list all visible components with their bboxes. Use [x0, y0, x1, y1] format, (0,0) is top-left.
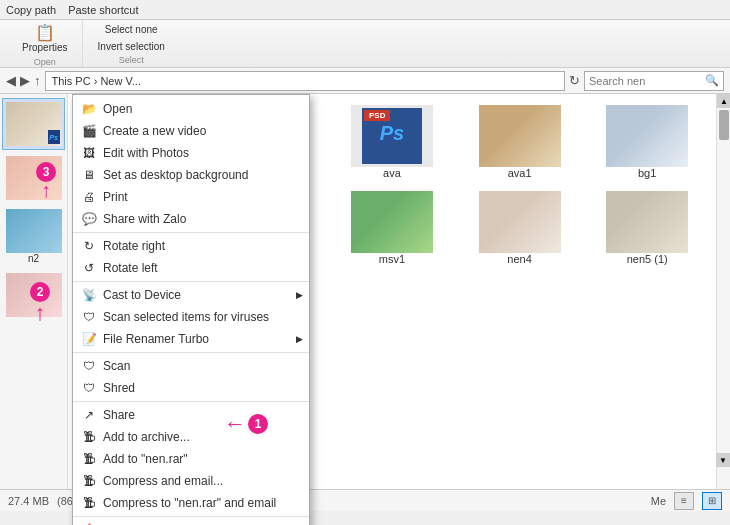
ribbon-section-open: 📋 Properties Open: [8, 20, 83, 67]
file-label: msv1: [379, 253, 405, 265]
scan-icon: 🛡: [81, 359, 97, 373]
ctx-item-scan-virus[interactable]: 🛡 Scan selected items for viruses: [73, 306, 309, 328]
properties-button[interactable]: 📋 Properties: [18, 21, 72, 55]
scroll-up-button[interactable]: ▲: [717, 94, 730, 108]
file-thumb-ava1: [479, 105, 561, 167]
file-renamer-icon: 📝: [81, 332, 97, 346]
search-icon[interactable]: 🔍: [705, 74, 719, 87]
file-thumb-bg1: [606, 105, 688, 167]
ctx-separator-2: [73, 281, 309, 282]
scan-virus-icon: 🛡: [81, 310, 97, 324]
main-area: Ps n2 a2 PSD Ps: [0, 94, 730, 489]
ctx-separator-4: [73, 401, 309, 402]
sidebar-item-4[interactable]: [2, 270, 65, 320]
open-section-label: Open: [34, 57, 56, 67]
ctx-item-rotate-left[interactable]: ↺ Rotate left: [73, 257, 309, 279]
scrollbar[interactable]: ▲ ▼: [716, 94, 730, 489]
ctx-separator-5: [73, 516, 309, 517]
ctx-item-desktop-bg[interactable]: 🖥 Set as desktop background: [73, 164, 309, 186]
scroll-thumb[interactable]: [719, 110, 729, 140]
cast-icon: 📡: [81, 288, 97, 302]
scroll-down-button[interactable]: ▼: [716, 453, 730, 467]
file-thumb-nen5-1a: [606, 191, 688, 253]
print-icon: 🖨: [81, 190, 97, 204]
file-label: ava: [383, 167, 401, 179]
open-icon: 📂: [81, 102, 97, 116]
file-label: ava1: [508, 167, 532, 179]
title-bar: Copy path Paste shortcut: [0, 0, 730, 20]
rotate-right-icon: ↻: [81, 239, 97, 253]
ctx-item-send-to[interactable]: 📤 Send to ▶: [73, 519, 309, 525]
sidebar: Ps n2: [0, 94, 68, 489]
select-section-label: Select: [119, 55, 144, 65]
ctx-item-file-renamer[interactable]: 📝 File Renamer Turbo ▶: [73, 328, 309, 350]
properties-icon: 📋: [35, 23, 55, 42]
compress-nen-email-icon: 🗜: [81, 496, 97, 510]
add-archive-icon: 🗜: [81, 430, 97, 444]
ctx-item-add-archive[interactable]: 🗜 Add to archive...: [73, 426, 309, 448]
file-item[interactable]: bg1: [586, 102, 708, 182]
up-button[interactable]: ↑: [34, 73, 41, 88]
ctx-item-rotate-right[interactable]: ↻ Rotate right: [73, 235, 309, 257]
context-menu: 📂 Open 🎬 Create a new video 🖼 Edit with …: [72, 94, 310, 525]
invert-selection-button[interactable]: Invert selection: [95, 40, 168, 53]
file-label: bg1: [638, 167, 656, 179]
ribbon: 📋 Properties Open Select none Invert sel…: [0, 20, 730, 68]
sidebar-item-2[interactable]: [2, 153, 65, 203]
ctx-item-compress-email[interactable]: 🗜 Compress and email...: [73, 470, 309, 492]
file-thumb-ava: PSD Ps: [351, 105, 433, 167]
view-list-button[interactable]: ≡: [674, 492, 694, 510]
search-input[interactable]: [589, 75, 705, 87]
share-zalo-icon: 💬: [81, 212, 97, 226]
ctx-item-print[interactable]: 🖨 Print: [73, 186, 309, 208]
sidebar-thumb-2: [6, 156, 62, 200]
file-item[interactable]: ava1: [459, 102, 581, 182]
file-thumb-nen4: [479, 191, 561, 253]
back-button[interactable]: ◀: [6, 73, 16, 88]
ctx-item-shred[interactable]: 🛡 Shred: [73, 377, 309, 399]
ctx-item-add-nen-rar[interactable]: 🗜 Add to "nen.rar": [73, 448, 309, 470]
file-item[interactable]: nen5 (1): [586, 188, 708, 268]
ctx-item-share[interactable]: ↗ Share: [73, 404, 309, 426]
search-box: 🔍: [584, 71, 724, 91]
ctx-item-open[interactable]: 📂 Open: [73, 98, 309, 120]
ctx-item-share-zalo[interactable]: 💬 Share with Zalo: [73, 208, 309, 230]
rotate-left-icon: ↺: [81, 261, 97, 275]
add-nen-icon: 🗜: [81, 452, 97, 466]
compress-email-icon: 🗜: [81, 474, 97, 488]
shred-icon: 🛡: [81, 381, 97, 395]
file-item[interactable]: nen4: [459, 188, 581, 268]
file-thumb-msv1: [351, 191, 433, 253]
file-item[interactable]: PSD Ps ava: [331, 102, 453, 182]
ctx-item-compress-nen-email[interactable]: 🗜 Compress to "nen.rar" and email: [73, 492, 309, 514]
file-size: 27.4 MB: [8, 495, 49, 507]
ctx-item-cast[interactable]: 📡 Cast to Device ▶: [73, 284, 309, 306]
copy-path-btn[interactable]: Copy path: [6, 4, 56, 16]
ctx-item-edit-photos[interactable]: 🖼 Edit with Photos: [73, 142, 309, 164]
sidebar-thumb-4: [6, 273, 62, 317]
ctx-separator-3: [73, 352, 309, 353]
select-none-button[interactable]: Select none: [102, 23, 161, 36]
edit-photos-icon: 🖼: [81, 146, 97, 160]
share-info: Me: [651, 495, 666, 507]
view-grid-button[interactable]: ⊞: [702, 492, 722, 510]
forward-button[interactable]: ▶: [20, 73, 30, 88]
new-video-icon: 🎬: [81, 124, 97, 138]
address-bar: ◀ ▶ ↑ This PC › New V... ↻ 🔍: [0, 68, 730, 94]
file-item[interactable]: msv1: [331, 188, 453, 268]
share-icon: ↗: [81, 408, 97, 422]
sidebar-item[interactable]: Ps: [2, 98, 65, 150]
ctx-separator-1: [73, 232, 309, 233]
file-label: nen5 (1): [627, 253, 668, 265]
ribbon-section-select: Select none Invert selection Select: [87, 20, 176, 67]
sidebar-item-label: n2: [28, 253, 39, 264]
paste-shortcut-btn[interactable]: Paste shortcut: [68, 4, 138, 16]
refresh-button[interactable]: ↻: [569, 73, 580, 88]
ctx-item-new-video[interactable]: 🎬 Create a new video: [73, 120, 309, 142]
sidebar-thumb-1: Ps: [6, 102, 62, 146]
ctx-item-scan[interactable]: 🛡 Scan: [73, 355, 309, 377]
breadcrumb[interactable]: This PC › New V...: [45, 71, 566, 91]
sidebar-item-3[interactable]: n2: [2, 206, 65, 267]
sidebar-thumb-3: [6, 209, 62, 253]
desktop-bg-icon: 🖥: [81, 168, 97, 182]
